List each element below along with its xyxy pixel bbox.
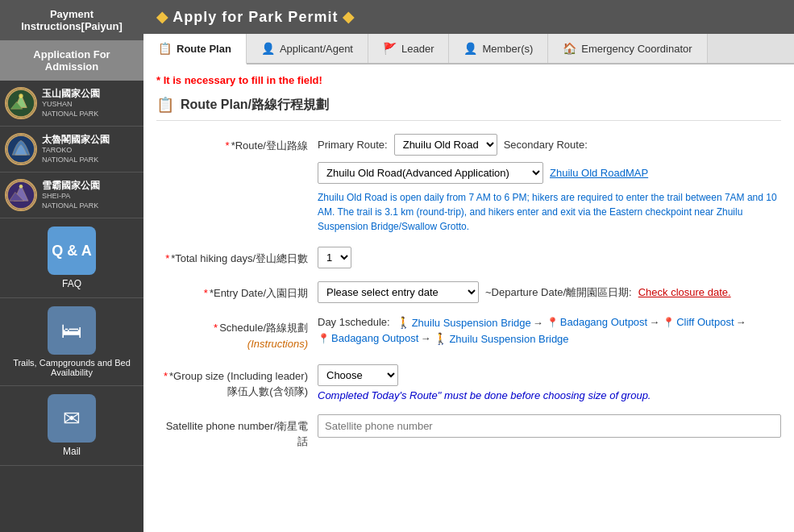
secondary-route-label: Secondary Route: — [504, 139, 588, 151]
location-zhuilu-bridge-2[interactable]: Zhuilu Suspension Bridge — [449, 333, 568, 345]
tab-bar: 📋 Route Plan 👤 Applicant/Agent 🚩 Leader … — [143, 34, 794, 64]
closure-link[interactable]: Check closure date. — [638, 286, 731, 298]
satellite-label: Satellite phone number/衛星電話 — [156, 414, 318, 448]
header-diamond-left: ◆ — [156, 9, 168, 25]
main-header: ◆ Apply for Park Permit ◆ — [143, 0, 794, 34]
schedule-row: *Schedule/路線規劃 (Instructions) Day 1sched… — [156, 316, 781, 351]
schedule-item-2: 📍 Badagang Outpost → — [547, 316, 659, 328]
route-content: Primary Route: Zhuilu Old Road Secondary… — [318, 134, 781, 234]
sidebar-item-trails[interactable]: 🛏 Trails, Campgrounds and Bed Availabili… — [0, 298, 143, 386]
departure-label: ~Departure Date/離開園區日期: — [485, 285, 632, 300]
advanced-app-select[interactable]: Zhuilu Old Road(Advanced Application) — [318, 162, 543, 184]
section-title-text: Route Plan/路線行程規劃 — [181, 97, 329, 114]
tab-leader[interactable]: 🚩 Leader — [368, 34, 449, 63]
faq-label: FAQ — [62, 278, 81, 289]
member-tab-icon: 👤 — [464, 42, 477, 55]
tab-member-label: Member(s) — [482, 43, 533, 55]
required-note: * It is necessary to fill in the field! — [156, 74, 781, 86]
yushan-logo — [5, 87, 37, 119]
route-description: Zhuilu Old Road is open daily from 7 AM … — [318, 190, 781, 234]
sidebar-admission[interactable]: Application For Admission — [0, 40, 143, 81]
schedule-item-4: 📍 Badagang Outpost → — [318, 332, 430, 344]
schedule-item-5: 🚶 Zhuilu Suspension Bridge — [434, 332, 568, 345]
svg-point-8 — [19, 185, 23, 189]
header-title: Apply for Park Permit — [173, 9, 338, 25]
entry-date-content: Please select entry date ~Departure Date… — [318, 281, 781, 303]
day1-label: Day 1schedule: — [318, 316, 390, 328]
entry-date-row: **Entry Date/入園日期 Please select entry da… — [156, 281, 781, 303]
location-marker-3: 📍 — [663, 317, 675, 328]
trails-icon: 🛏 — [48, 306, 96, 355]
tab-route[interactable]: 📋 Route Plan — [143, 34, 247, 64]
total-days-row: **Total hiking days/登山總日數 1 2 3 — [156, 247, 781, 268]
total-days-select[interactable]: 1 2 3 — [318, 247, 351, 268]
tab-leader-label: Leader — [401, 43, 434, 55]
primary-route-select[interactable]: Zhuilu Old Road — [394, 134, 497, 156]
entry-date-select[interactable]: Please select entry date — [318, 281, 479, 303]
sidebar-item-yushan[interactable]: 玉山國家公園 YUSHAN NATIONAL PARK — [0, 81, 143, 127]
tab-route-label: Route Plan — [177, 43, 231, 55]
mail-icon: ✉ — [48, 394, 96, 443]
location-cliff-outpost[interactable]: Cliff Outpost — [676, 316, 734, 328]
location-marker-4: 📍 — [318, 333, 330, 344]
route-form-row: **Route/登山路線 Primary Route: Zhuilu Old R… — [156, 134, 781, 234]
sidebar-item-taroko[interactable]: 太魯閣國家公園 TAROKO NATIONAL PARK — [0, 127, 143, 172]
location-badagang-2[interactable]: Badagang Outpost — [331, 332, 418, 344]
group-size-select[interactable]: Choose — [318, 364, 398, 386]
sidebar-item-faq[interactable]: Q & A FAQ — [0, 218, 143, 298]
sheipa-label: 雪霸國家公園 SHEI-PA NATIONAL PARK — [42, 180, 100, 211]
tab-emergency-label: Emergency Coordinator — [581, 43, 692, 55]
form-area: * It is necessary to fill in the field! … — [143, 64, 794, 532]
hiker-icon-5: 🚶 — [434, 332, 447, 345]
satellite-content — [318, 414, 781, 438]
total-days-content: 1 2 3 — [318, 247, 781, 268]
taroko-label: 太魯閣國家公園 TAROKO NATIONAL PARK — [42, 134, 110, 165]
yushan-label: 玉山國家公園 YUSHAN NATIONAL PARK — [42, 88, 100, 119]
entry-date-select-row: Please select entry date ~Departure Date… — [318, 281, 781, 303]
satellite-phone-row: Satellite phone number/衛星電話 — [156, 414, 781, 448]
sidebar-payment[interactable]: Payment Instructions[Paiyun] — [0, 0, 143, 40]
total-days-label: **Total hiking days/登山總日數 — [156, 247, 318, 266]
schedule-item-1: 🚶 Zhuilu Suspension Bridge → — [397, 316, 543, 329]
entry-date-label: **Entry Date/入園日期 — [156, 281, 318, 301]
group-size-row: **Group size (Including leader) 隊伍人數(含領隊… — [156, 364, 781, 401]
schedule-label: *Schedule/路線規劃 (Instructions) — [156, 316, 318, 351]
route-tab-icon: 📋 — [158, 42, 172, 55]
sidebar: Payment Instructions[Paiyun] Application… — [0, 0, 143, 532]
schedule-item-3: 📍 Cliff Outpost → — [663, 316, 746, 328]
leader-tab-icon: 🚩 — [383, 42, 397, 55]
instructions-link[interactable]: (Instructions) — [156, 337, 308, 351]
group-size-content: Choose Completed Today's Route" must be … — [318, 364, 781, 401]
hiker-icon-1: 🚶 — [397, 316, 410, 329]
svg-point-3 — [19, 94, 23, 98]
tab-emergency[interactable]: 🏠 Emergency Coordinator — [548, 34, 707, 63]
sidebar-item-sheipa[interactable]: 雪霸國家公園 SHEI-PA NATIONAL PARK — [0, 172, 143, 218]
trails-label: Trails, Campgrounds and Bed Availability — [5, 358, 139, 377]
section-icon: 📋 — [156, 96, 174, 114]
group-size-label: **Group size (Including leader) 隊伍人數(含領隊… — [156, 364, 318, 398]
location-badagang-1[interactable]: Badagang Outpost — [560, 316, 647, 328]
header-diamond-right: ◆ — [343, 9, 355, 25]
faq-icon: Q & A — [48, 227, 96, 275]
satellite-input[interactable] — [318, 414, 781, 438]
route-label: **Route/登山路線 — [156, 134, 318, 153]
primary-route-row: Primary Route: Zhuilu Old Road Secondary… — [318, 134, 781, 156]
advanced-app-row: Zhuilu Old Road(Advanced Application) Zh… — [318, 162, 781, 184]
tab-member[interactable]: 👤 Member(s) — [449, 34, 548, 63]
taroko-logo — [5, 133, 37, 165]
emergency-tab-icon: 🏠 — [563, 42, 576, 55]
map-link[interactable]: Zhuilu Old RoadMAP — [550, 167, 648, 179]
sidebar-item-mail[interactable]: ✉ Mail — [0, 386, 143, 466]
primary-route-label: Primary Route: — [318, 139, 388, 151]
tab-applicant-label: Applicant/Agent — [280, 43, 353, 55]
tab-applicant[interactable]: 👤 Applicant/Agent — [247, 34, 368, 63]
main-content: ◆ Apply for Park Permit ◆ 📋 Route Plan 👤… — [143, 0, 794, 532]
location-zhuilu-bridge-1[interactable]: Zhuilu Suspension Bridge — [412, 317, 531, 329]
schedule-content: Day 1schedule: 🚶 Zhuilu Suspension Bridg… — [318, 316, 781, 345]
sheipa-logo — [5, 179, 37, 211]
mail-label: Mail — [63, 446, 81, 457]
group-warning: Completed Today's Route" must be done be… — [318, 389, 781, 401]
location-marker-2: 📍 — [547, 317, 559, 328]
schedule-items: Day 1schedule: 🚶 Zhuilu Suspension Bridg… — [318, 316, 781, 345]
section-title: 📋 Route Plan/路線行程規劃 — [156, 96, 781, 121]
